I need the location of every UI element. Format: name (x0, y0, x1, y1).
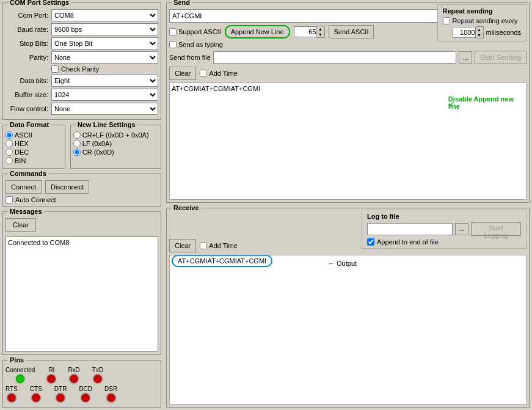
send-from-file-label: Send from file (169, 54, 211, 61)
send-text-area: AT+CGMIAT+CGMIAT+CGMI Disable Append new… (169, 82, 527, 200)
spin-up[interactable]: ▲ (476, 27, 483, 32)
pins-box: Pins Connected RI RxD TxD (2, 360, 161, 408)
repeat-sending-checkbox[interactable] (443, 17, 450, 24)
output-label: Output (337, 260, 357, 267)
cr-radio[interactable] (73, 148, 81, 156)
baud-rate-select[interactable]: 9600 bps (51, 23, 158, 35)
commands-title: Commands (8, 170, 48, 177)
pin-led-dtr (56, 394, 65, 402)
repeat-sending-area: Repeat sending Repeat sending every ▲ ▼ (437, 4, 527, 42)
send-ascii-button[interactable]: Send ASCII (329, 25, 374, 38)
append-new-line-button[interactable]: Append New Line (225, 25, 290, 38)
receive-title: Receive (172, 204, 201, 211)
flow-control-label: Flow control: (5, 105, 51, 112)
send-add-time-label: Add Time (209, 70, 237, 77)
messages-box: Messages Clear Connected to COM8 (2, 211, 161, 355)
disconnect-button[interactable]: Disconnect (45, 180, 89, 194)
repeat-interval-input[interactable] (453, 27, 476, 38)
data-bits-select[interactable]: Eight (51, 75, 158, 87)
parity-select[interactable]: None (51, 51, 158, 64)
stop-bits-label: Stop Bits: (5, 40, 51, 47)
ascii-spin-down[interactable]: ▼ (317, 32, 324, 37)
pin-ri: RI (47, 367, 56, 383)
pin-led-rts (7, 394, 16, 402)
send-title: Send (172, 0, 192, 6)
buffer-size-select[interactable]: 1024 (51, 89, 158, 101)
disable-append-annotation: Disable Append newline (448, 95, 514, 110)
messages-title: Messages (8, 208, 44, 215)
crfl-radio[interactable] (73, 131, 81, 139)
auto-connect-label: Auto Connect (15, 196, 56, 203)
pin-rts: RTS (5, 386, 18, 402)
repeat-sending-title: Repeat sending (443, 7, 521, 15)
send-from-file-input[interactable] (213, 51, 456, 64)
stop-bits-select[interactable]: One Stop Bit (51, 37, 158, 49)
data-format-title: Data Format (8, 121, 51, 128)
dec-label: DEC (15, 148, 29, 156)
receive-add-time-checkbox[interactable] (200, 242, 207, 249)
log-to-file-area: Log to file ... Start Logging Append to … (362, 210, 527, 249)
pin-led-rxd (70, 375, 78, 383)
com-port-select[interactable]: COM8 (51, 9, 158, 21)
append-to-end-checkbox[interactable] (367, 238, 374, 246)
flow-control-select[interactable]: None (51, 103, 158, 115)
hex-radio[interactable] (5, 140, 13, 147)
receive-add-time-label: Add Time (209, 242, 237, 249)
ascii-radio[interactable] (5, 131, 13, 139)
start-logging-button[interactable]: Start Logging (471, 222, 521, 236)
pin-led-dsr (107, 394, 115, 402)
data-format-box: Data Format ASCII HEX DEC BIN (2, 125, 65, 169)
pin-rxd: RxD (68, 367, 79, 383)
auto-connect-checkbox[interactable] (5, 196, 13, 203)
ascii-spin-up[interactable]: ▲ (317, 26, 324, 32)
pin-led-dcd (81, 394, 90, 402)
pin-cts: CTS (30, 386, 42, 402)
receive-content-text: AT+CGMIAT+CGMIAT+CGMI (172, 255, 272, 267)
commands-box: Commands Connect Disconnect Auto Connect (2, 174, 161, 207)
buffer-size-label: Buffer size: (5, 91, 51, 98)
bin-label: BIN (15, 157, 26, 164)
append-to-end-label: Append to end of file (377, 238, 439, 246)
com-port-settings: COM Port Settings Com Port: COM8 Baud ra… (2, 2, 161, 120)
messages-content: Connected to COM8 (5, 236, 158, 352)
bin-radio[interactable] (5, 157, 13, 164)
send-clear-button[interactable]: Clear (169, 67, 196, 80)
messages-clear-button[interactable]: Clear (5, 218, 36, 232)
send-as-typing-label: Send as typing (178, 41, 223, 48)
receive-clear-button[interactable]: Clear (169, 239, 196, 252)
send-add-time-checkbox[interactable] (200, 70, 207, 77)
messages-text: Connected to COM8 (8, 239, 69, 246)
receive-text-area: AT+CGMIAT+CGMIAT+CGMI (169, 255, 527, 405)
arrow-icon: ↙ (448, 98, 456, 108)
connect-button[interactable]: Connect (5, 180, 42, 194)
receive-box: Receive Log to file ... Start Logging Ap… (166, 208, 530, 408)
new-line-title: New Line Settings (76, 121, 137, 128)
lf-radio[interactable] (73, 140, 81, 147)
cr-label: CR (0x0D) (82, 148, 114, 156)
com-port-label: Com Port: (5, 12, 51, 19)
new-line-settings-box: New Line Settings CR+LF (0x0D + 0x0A) LF… (70, 125, 161, 169)
miliseconds-label: miliseconds (486, 29, 521, 36)
dec-radio[interactable] (5, 148, 13, 156)
check-parity-checkbox[interactable] (51, 65, 59, 73)
pin-connected: Connected (5, 367, 35, 383)
pin-txd: TxD (92, 367, 103, 383)
pin-led-ri (47, 375, 56, 383)
output-annotation: ← Output (328, 260, 357, 267)
check-parity-label[interactable]: Check Parity (51, 65, 158, 73)
log-to-file-title: Log to file (367, 213, 521, 220)
start-sending-button[interactable]: Start Sending (475, 51, 527, 64)
data-bits-label: Data bits: (5, 77, 51, 84)
log-file-input[interactable] (367, 223, 453, 235)
pin-dsr: DSR (104, 386, 117, 402)
send-from-file-browse-button[interactable]: ... (459, 51, 472, 64)
spin-down[interactable]: ▼ (476, 32, 483, 38)
support-ascii-checkbox[interactable] (169, 28, 177, 35)
pin-led-cts (32, 394, 40, 402)
ascii-value-input[interactable] (294, 26, 317, 37)
send-content-text: AT+CGMIAT+CGMIAT+CGMI (172, 85, 260, 92)
send-as-typing-checkbox[interactable] (169, 41, 177, 48)
pin-dtr: DTR (54, 386, 67, 402)
log-file-browse-button[interactable]: ... (455, 223, 468, 235)
baud-rate-label: Baud rate: (5, 26, 51, 33)
